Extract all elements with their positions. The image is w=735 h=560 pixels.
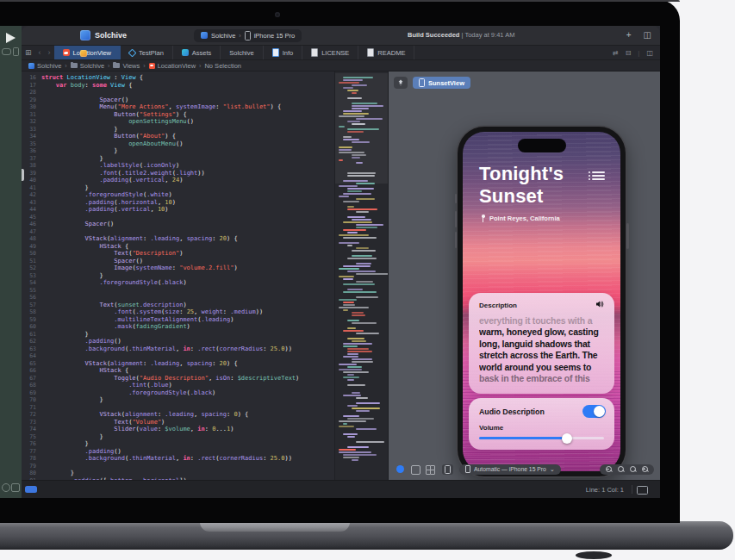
tab-license[interactable]: LICENSE (302, 46, 358, 59)
code-line[interactable]: 52 Image(systemName: "volume.2.fill") (22, 264, 388, 272)
tab-solchive[interactable]: Solchive (221, 46, 263, 59)
code-line[interactable]: 55 (22, 287, 388, 295)
code-lines[interactable]: 16struct LocationView : View {17 var bod… (22, 74, 388, 480)
code-line[interactable]: 67 Toggle("Audio Description", isOn: $de… (22, 375, 388, 383)
source-editor[interactable]: 16struct LocationView : View {17 var bod… (22, 72, 388, 480)
code-line[interactable]: 28 (22, 89, 388, 96)
code-line[interactable]: 44 .padding(.vertical, 10) (22, 206, 388, 214)
code-line[interactable]: 70 } (22, 396, 388, 404)
breadcrumb-solchive[interactable]: Solchive (28, 62, 61, 70)
tab-locationview[interactable]: LocationView (54, 46, 121, 59)
code-line[interactable]: 58 .font(.system(size: 25, weight: .medi… (22, 308, 388, 316)
breadcrumb-views[interactable]: Views (113, 62, 140, 70)
live-preview-button[interactable] (396, 465, 404, 473)
editor-layout-button[interactable]: ◫ (644, 29, 651, 40)
code-line[interactable]: 30 Menu("More Actions", systemImage: "li… (22, 103, 388, 111)
code-line[interactable]: 62 .padding() (22, 338, 388, 345)
code-line[interactable]: 71 (22, 404, 388, 412)
code-line[interactable]: 69 .foregroundStyle(.black) (22, 389, 388, 397)
tab-assets[interactable]: Assets (173, 46, 221, 59)
display-icon[interactable] (637, 486, 648, 495)
editor-options-icon[interactable]: ⊟ (626, 49, 632, 57)
code-line[interactable]: 38 .labelStyle(.iconOnly) (22, 162, 388, 170)
forward-chevron-icon[interactable]: › (45, 46, 54, 59)
code-line[interactable]: 56 (22, 294, 388, 302)
zoom-out-button[interactable] (606, 466, 612, 472)
code-line[interactable]: 60 .mask(fadingGradient) (22, 323, 388, 331)
code-line[interactable]: 74 Slider(value: $volume, in: 0...1) (22, 426, 388, 433)
code-line[interactable]: 57 Text(sunset.description) (22, 302, 388, 309)
code-line[interactable]: 35 openAboutMenu() (22, 140, 388, 148)
selectable-mode-icon[interactable] (411, 465, 420, 475)
device-settings-button[interactable] (442, 464, 453, 475)
pin-preview-button[interactable] (394, 77, 408, 89)
add-tab-button[interactable]: + (626, 29, 632, 40)
breadcrumb-no-selection[interactable]: No Selection (204, 62, 241, 70)
tab-testplan[interactable]: TestPlan (121, 46, 173, 59)
code-line[interactable]: 65 VStack(alignment: .leading, spacing: … (22, 360, 388, 368)
audio-description-toggle[interactable] (582, 405, 606, 418)
breakpoints-button[interactable] (25, 486, 37, 493)
code-line[interactable]: 75 } (22, 433, 388, 441)
variants-grid-icon[interactable] (426, 465, 433, 473)
code-line[interactable]: 51 Spacer() (22, 258, 388, 265)
preview-target-label[interactable]: SunsetView (428, 79, 464, 87)
code-line[interactable]: 49 HStack { (22, 243, 388, 251)
zoom-actual-button[interactable] (630, 466, 636, 472)
code-line[interactable]: 76 } (22, 440, 388, 448)
run-button-icon[interactable] (6, 33, 16, 43)
minimap[interactable] (334, 72, 388, 480)
code-line[interactable]: 63 .background(.thinMaterial, in: .rect(… (22, 345, 388, 353)
code-line[interactable]: 48 VStack(alignment: .leading, spacing: … (22, 235, 388, 243)
code-line[interactable]: 31 Button("Settings") { (22, 111, 388, 119)
code-line[interactable]: 61 } (22, 331, 388, 339)
scheme-selector[interactable]: Solchive › iPhone 15 Pro (194, 29, 302, 42)
code-line[interactable]: 41 } (22, 184, 388, 192)
scheme-device-label[interactable]: iPhone 15 Pro (254, 32, 296, 40)
swap-editor-icon[interactable]: ⇄ (613, 49, 619, 57)
split-editor-icon[interactable]: ◫ (646, 49, 653, 57)
breadcrumb-solchive[interactable]: Solchive (71, 62, 104, 70)
device-selector-label[interactable]: Automatic — iPhone 15 Pro (474, 466, 546, 472)
code-line[interactable]: 77 .padding() (22, 448, 388, 456)
zoom-in-button[interactable] (642, 466, 648, 472)
slider-knob[interactable] (562, 433, 572, 444)
code-line[interactable]: 73 Text("Volume") (22, 419, 388, 426)
code-line[interactable]: 40 .padding(.vertical, 24) (22, 177, 388, 184)
scheme-project-label[interactable]: Solchive (211, 32, 235, 40)
code-line[interactable]: 72 VStack(alignment: .leading, spacing: … (22, 411, 388, 419)
code-line[interactable]: 17 var body: some View { (22, 82, 388, 90)
zoom-fit-button[interactable] (618, 466, 624, 472)
code-line[interactable]: 32 openSettingsMenu() (22, 118, 388, 126)
code-line[interactable]: 80 } (22, 470, 388, 477)
code-line[interactable]: 54 .foregroundStyle(.black) (22, 279, 388, 287)
code-line[interactable]: 16struct LocationView : View { (22, 74, 388, 82)
code-line[interactable]: 43 .padding(.horizontal, 10) (22, 199, 388, 207)
code-line[interactable]: 37 } (22, 155, 388, 163)
code-line[interactable]: 36 } (22, 147, 388, 155)
speaker-icon[interactable] (596, 301, 605, 308)
code-line[interactable]: 34 Button("About") { (22, 133, 388, 140)
back-chevron-icon[interactable]: ‹ (35, 46, 45, 59)
tab-info[interactable]: Info (264, 46, 303, 59)
code-line[interactable]: 47 (22, 228, 388, 236)
code-line[interactable]: 33 } (22, 126, 388, 134)
code-line[interactable]: 68 .tint(.blue) (22, 382, 388, 389)
tab-readme[interactable]: README (358, 46, 414, 59)
code-line[interactable]: 29 Spacer() (22, 96, 388, 104)
code-line[interactable]: 45 (22, 214, 388, 221)
code-line[interactable]: 66 HStack { (22, 367, 388, 375)
list-menu-icon[interactable] (592, 171, 605, 181)
code-line[interactable]: 39 .font(.title2.weight(.light)) (22, 170, 388, 177)
code-line[interactable]: 42 .foregroundStyle(.white) (22, 191, 388, 199)
breadcrumb-locationview[interactable]: LocationView (149, 62, 196, 70)
grid-icon[interactable]: ⊞ (22, 46, 35, 59)
jump-bar[interactable]: Solchive›Solchive›Views›LocationView›No … (22, 60, 660, 72)
code-line[interactable]: 79 (22, 463, 388, 470)
preview-target-pill[interactable]: SunsetView (413, 77, 470, 89)
description-text[interactable]: everything it touches with awarm, honeye… (479, 315, 606, 389)
code-line[interactable]: 59 .multilineTextAlignment(.leading) (22, 316, 388, 324)
volume-slider[interactable] (479, 437, 604, 439)
code-line[interactable]: 64 (22, 352, 388, 360)
device-selector[interactable]: Automatic — iPhone 15 Pro ⌄ (459, 464, 561, 475)
